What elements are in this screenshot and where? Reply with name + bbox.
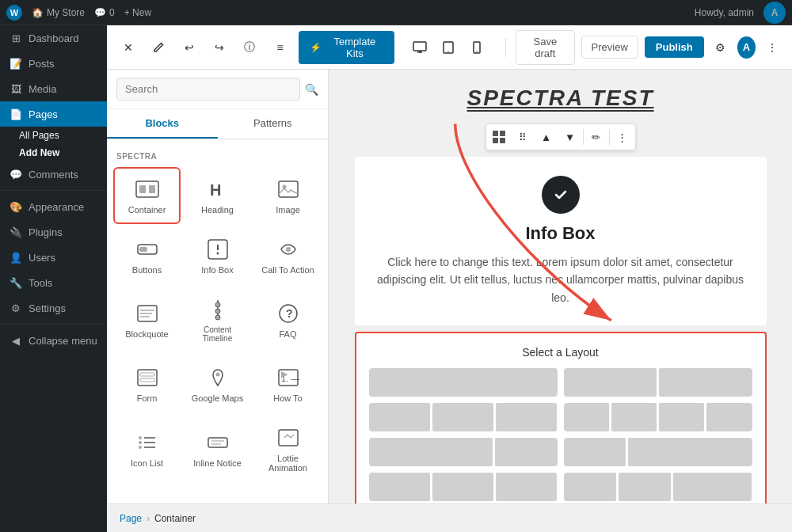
select-layout-title: Select a Layout xyxy=(369,346,752,359)
move-up-button[interactable]: ▲ xyxy=(535,126,558,148)
block-buttons[interactable]: Buttons xyxy=(113,227,181,284)
svg-rect-0 xyxy=(413,42,426,51)
tab-patterns[interactable]: Patterns xyxy=(218,109,329,139)
block-call-to-action[interactable]: Call To Action xyxy=(254,227,322,284)
more-options-button[interactable]: ⋮ xyxy=(762,35,782,60)
posts-icon: 📝 xyxy=(10,57,22,70)
content-timeline-label: Content Timeline xyxy=(188,325,246,343)
wp-logo[interactable]: W xyxy=(6,5,22,21)
layout-option-1col[interactable] xyxy=(369,368,558,397)
redo-button[interactable]: ↪ xyxy=(208,35,231,60)
sidebar-item-pages[interactable]: 📄 Pages xyxy=(0,101,107,127)
appearance-icon: 🎨 xyxy=(10,200,22,213)
block-inline-notice[interactable]: Inline Notice xyxy=(184,416,251,482)
sidebar-item-media[interactable]: 🖼 Media xyxy=(0,76,107,101)
sidebar-item-users[interactable]: 👤 Users xyxy=(0,245,107,270)
info-box-check-icon xyxy=(542,176,580,214)
svg-rect-29 xyxy=(140,378,154,382)
search-button[interactable]: 🔍 xyxy=(305,83,318,96)
layout-option-2col[interactable] xyxy=(564,368,752,397)
media-icon: 🖼 xyxy=(10,82,22,95)
breadcrumb-page[interactable]: Page xyxy=(120,513,142,524)
template-kits-button[interactable]: ⚡ Template Kits xyxy=(299,31,395,64)
buttons-label: Buttons xyxy=(132,265,162,275)
container-label: Container xyxy=(128,205,166,215)
search-bar: 🔍 xyxy=(107,70,328,109)
info-box-icon xyxy=(205,237,230,262)
block-options-button[interactable]: ⋮ xyxy=(611,126,634,148)
sidebar-item-appearance[interactable]: 🎨 Appearance xyxy=(0,194,107,219)
block-type-button[interactable] xyxy=(488,126,510,148)
sidebar-item-plugins[interactable]: 🔌 Plugins xyxy=(0,219,107,245)
layout-option-1-2col[interactable] xyxy=(369,438,558,466)
layout-option-mixed[interactable] xyxy=(564,473,752,501)
inline-notice-label: Inline Notice xyxy=(193,458,242,468)
svg-rect-6 xyxy=(139,185,146,193)
info-box-block[interactable]: Info Box Click here to change this text.… xyxy=(355,157,767,325)
block-faq[interactable]: ? FAQ xyxy=(254,287,322,352)
editor-body: 🔍 Blocks Patterns SPECTRA Containe xyxy=(107,70,792,504)
sidebar-collapse-menu[interactable]: ◀ Collapse menu xyxy=(0,328,107,353)
block-how-to[interactable]: 1. ——▶ How To xyxy=(254,355,322,412)
block-lottie-animation[interactable]: Lottie Animation xyxy=(254,416,322,482)
preview-button[interactable]: Preview xyxy=(581,36,638,59)
svg-rect-9 xyxy=(279,181,298,197)
info-button[interactable]: ⓘ xyxy=(238,35,261,60)
move-down-button[interactable]: ▼ xyxy=(559,126,581,148)
block-image[interactable]: Image xyxy=(254,167,322,224)
layout-option-equal-3[interactable] xyxy=(369,473,558,501)
admin-avatar[interactable]: A xyxy=(763,2,786,24)
block-google-maps[interactable]: Google Maps xyxy=(184,355,251,412)
menu-button[interactable]: ≡ xyxy=(268,35,291,60)
svg-text:▶: ▶ xyxy=(281,369,288,378)
info-box-title: Info Box xyxy=(374,223,748,244)
sidebar-item-settings[interactable]: ⚙ Settings xyxy=(0,295,107,321)
sidebar-item-comments[interactable]: 💬 Comments xyxy=(0,162,107,187)
publish-button[interactable]: Publish xyxy=(645,36,704,58)
block-blockquote[interactable]: Blockquote xyxy=(113,287,181,352)
block-heading[interactable]: H Heading xyxy=(184,167,251,224)
sidebar-sub-all-pages[interactable]: All Pages xyxy=(0,127,107,144)
svg-rect-7 xyxy=(149,185,155,193)
canvas-block-toolbar: ⠿ ▲ ▼ ✏ ⋮ xyxy=(485,124,636,150)
add-new-link[interactable]: + New xyxy=(124,7,151,18)
layout-option-2-1col[interactable] xyxy=(564,438,752,466)
user-avatar-button[interactable]: A xyxy=(737,36,756,59)
page-title: SPECTRA TEST xyxy=(466,86,653,111)
sidebar-sub-add-new[interactable]: Add New xyxy=(0,144,107,162)
layout-option-3col[interactable] xyxy=(369,403,558,431)
tab-blocks[interactable]: Blocks xyxy=(107,109,218,139)
settings-gear-button[interactable]: ⚙ xyxy=(710,35,731,60)
block-content-timeline[interactable]: Content Timeline xyxy=(184,287,251,352)
save-draft-button[interactable]: Save draft xyxy=(516,30,574,65)
store-icon: 🏠 xyxy=(32,7,44,18)
store-name[interactable]: 🏠 My Store xyxy=(32,7,85,18)
block-icon-list[interactable]: Icon List xyxy=(113,416,181,482)
sidebar-item-tools[interactable]: 🔧 Tools xyxy=(0,270,107,295)
mobile-view-button[interactable] xyxy=(464,35,489,60)
plugins-icon: 🔌 xyxy=(10,226,22,238)
tablet-view-button[interactable] xyxy=(436,35,461,60)
pencil-button[interactable] xyxy=(147,35,170,60)
block-form[interactable]: Form xyxy=(113,355,181,412)
block-info-box[interactable]: Info Box xyxy=(184,227,251,284)
google-maps-icon xyxy=(205,365,230,390)
close-button[interactable]: ✕ xyxy=(116,35,140,60)
sidebar-item-dashboard[interactable]: ⊞ Dashboard xyxy=(0,25,107,51)
drag-handle-button[interactable]: ⠿ xyxy=(512,126,534,148)
comments-link[interactable]: 💬 0 xyxy=(94,7,115,18)
edit-block-button[interactable]: ✏ xyxy=(585,126,607,148)
layout-option-4col[interactable] xyxy=(564,403,752,431)
svg-rect-40 xyxy=(208,438,227,447)
sidebar-item-posts[interactable]: 📝 Posts xyxy=(0,51,107,76)
desktop-view-button[interactable] xyxy=(407,35,432,60)
main-layout: ⊞ Dashboard 📝 Posts 🖼 Media 📄 Pages All … xyxy=(0,25,792,532)
svg-rect-45 xyxy=(500,131,505,136)
svg-rect-12 xyxy=(139,247,147,252)
block-container[interactable]: Container xyxy=(113,167,181,224)
blocks-scroll: SPECTRA Container H xyxy=(107,139,328,504)
call-to-action-icon xyxy=(276,237,301,262)
undo-button[interactable]: ↩ xyxy=(177,35,201,60)
call-to-action-label: Call To Action xyxy=(261,265,314,275)
search-input[interactable] xyxy=(116,78,300,101)
